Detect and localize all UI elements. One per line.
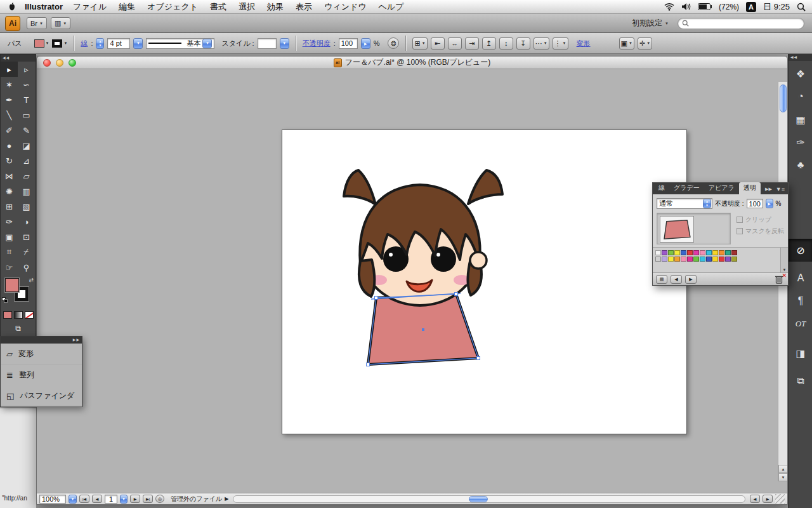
swatch-chip[interactable] <box>700 257 705 262</box>
graphic-styles-panel-icon[interactable]: ◨ <box>789 342 812 364</box>
pen-tool[interactable]: ✒ <box>1 92 18 107</box>
style-dropdown[interactable]: ▼ <box>280 38 289 49</box>
eyedropper-tool[interactable]: ✑ <box>1 214 18 229</box>
swatch-chip[interactable] <box>687 250 693 255</box>
swatch-chip[interactable] <box>681 250 686 255</box>
menu-効果[interactable]: 効果 <box>267 1 284 13</box>
align-middle-button[interactable]: ↕ <box>499 37 513 50</box>
align-left-button[interactable]: ⇤ <box>431 37 445 50</box>
workspace-switcher[interactable]: 初期設定▼ <box>632 18 669 29</box>
swatch-chip[interactable] <box>674 257 680 262</box>
hand-tool[interactable]: ☞ <box>1 260 18 275</box>
isolate-selected-object-button[interactable]: ▣▼ <box>619 37 634 50</box>
lasso-tool[interactable]: ∽ <box>18 77 35 92</box>
magic-wand-tool[interactable]: ✶ <box>1 77 18 92</box>
symbols-panel-icon[interactable]: ♣ <box>789 154 812 177</box>
eraser-tool[interactable]: ◪ <box>18 138 35 153</box>
opacity-slider-popup[interactable]: ▶ <box>361 38 370 49</box>
last-artboard-button[interactable]: ▶| <box>143 495 153 503</box>
line-segment-tool[interactable]: ╲ <box>1 107 18 123</box>
stroke-width-field[interactable]: 4 pt <box>107 38 130 49</box>
opacity-field[interactable]: 100 <box>339 38 358 49</box>
pencil-tool[interactable]: ✎ <box>18 123 35 138</box>
document-title-bar[interactable]: ai フー＆バブ.ai* @ 100% (RGB/プレビュー) <box>37 57 787 69</box>
swatch-chip[interactable] <box>706 250 712 255</box>
blob-brush-tool[interactable]: ● <box>1 138 18 153</box>
swatch-libraries-icon[interactable]: ▤ <box>656 275 667 284</box>
swatches-panel-icon[interactable]: ▦ <box>789 108 812 131</box>
volume-icon[interactable] <box>681 3 691 11</box>
paragraph-panel-icon[interactable]: ¶ <box>789 290 812 312</box>
menu-ウィンドウ[interactable]: ウィンドウ <box>324 1 367 13</box>
swatch-chip[interactable] <box>662 257 667 262</box>
align-top-button[interactable]: ↥ <box>482 37 496 50</box>
scroll-left-button[interactable]: ◀ <box>750 495 760 503</box>
status-proof-icon[interactable]: ◎ <box>155 495 164 503</box>
align-to-selection-dropdown[interactable]: ⊞▼ <box>412 37 427 50</box>
menu-オブジェクト[interactable]: オブジェクト <box>147 1 198 13</box>
swatch-chip[interactable] <box>712 250 718 255</box>
swatch-chip[interactable] <box>668 250 674 255</box>
status-flyout-icon[interactable]: ▶ <box>225 496 228 502</box>
object-thumbnail[interactable] <box>660 216 694 243</box>
artboard-number-field[interactable]: 1 <box>105 495 117 504</box>
width-profile-dropdown[interactable]: 基本 ▼ <box>146 38 214 49</box>
tab-gradient[interactable]: グラデー <box>669 182 704 194</box>
align-bottom-button[interactable]: ↧ <box>516 37 530 50</box>
live-paint-bucket-tool[interactable]: ▣ <box>1 229 18 244</box>
stroke-color-dropdown[interactable]: ▼ <box>52 39 67 48</box>
clip-checkbox[interactable] <box>737 217 743 223</box>
swatch-chip[interactable] <box>719 250 724 255</box>
wifi-icon[interactable] <box>664 3 674 11</box>
character-panel-icon[interactable]: A <box>789 267 812 290</box>
horizontal-scroll-thumb[interactable] <box>469 496 488 502</box>
scroll-up-button[interactable]: ▲ <box>778 465 787 473</box>
swatch-chip[interactable] <box>687 257 693 262</box>
align-right-button[interactable]: ⇥ <box>465 37 479 50</box>
mesh-tool[interactable]: ⊞ <box>1 199 18 214</box>
next-artboard-button[interactable]: ▶ <box>130 495 140 503</box>
swatch-chip[interactable] <box>655 257 661 262</box>
panel-collapse-arrows[interactable]: ▶▶ <box>1 337 82 344</box>
spotlight-icon[interactable] <box>797 3 806 11</box>
swatch-chip[interactable] <box>719 257 724 262</box>
battery-icon[interactable] <box>698 3 712 10</box>
opacity-value-field[interactable]: 100 <box>747 199 763 208</box>
zoom-button[interactable] <box>69 59 76 67</box>
graph-tool[interactable]: ▥ <box>18 184 35 199</box>
invert-mask-checkbox[interactable] <box>737 228 743 234</box>
swatch-chip[interactable] <box>706 257 712 262</box>
selection-tool[interactable]: ▸ <box>1 62 18 77</box>
search-field[interactable] <box>678 18 804 29</box>
select-similar-objects-dropdown[interactable]: ✛▼ <box>638 37 652 50</box>
panel-row-align[interactable]: ≣整列 <box>1 364 82 385</box>
swatch-chip[interactable] <box>725 257 731 262</box>
tools-panel-header[interactable]: ◀◀ <box>1 55 36 62</box>
vertical-scroll-thumb[interactable] <box>780 84 787 112</box>
opacity-panel-link[interactable]: 不透明度 <box>303 39 331 48</box>
default-fill-stroke-icon[interactable] <box>2 297 8 304</box>
swatch-chip[interactable] <box>662 250 667 255</box>
align-center-button[interactable]: ↔ <box>448 37 462 50</box>
window-resize-grip[interactable] <box>775 494 785 504</box>
swatch-scrollbar[interactable]: ▼ <box>780 248 788 272</box>
brushes-panel-icon[interactable]: ✑ <box>789 131 812 154</box>
transform-panel-link[interactable]: 変形 <box>577 39 591 48</box>
horizontal-scrollbar[interactable] <box>233 495 745 503</box>
delete-swatch-button[interactable]: ✕ <box>775 274 785 284</box>
blend-tool[interactable]: ◑ <box>18 214 35 229</box>
swatch-chip[interactable] <box>712 257 718 262</box>
swap-fill-stroke-icon[interactable]: ⇄ <box>29 277 34 283</box>
zoom-tool[interactable]: ⚲ <box>18 260 35 275</box>
illustrator-app-icon[interactable]: Ai <box>5 16 20 31</box>
distribute-vertical-dropdown[interactable]: ⋮▼ <box>553 37 568 50</box>
next-swatch-button[interactable]: ▶ <box>685 275 697 284</box>
gradient-tool[interactable]: ▧ <box>18 199 35 214</box>
tab-stroke[interactable]: 線 <box>654 182 669 194</box>
symbol-sprayer-tool[interactable]: ✺ <box>1 184 18 199</box>
artboard-tool[interactable]: ⌗ <box>1 244 18 260</box>
gradient-button[interactable] <box>14 311 23 319</box>
blend-mode-select[interactable]: 通常 ▲▼ <box>657 198 712 209</box>
panel-row-pathfinder[interactable]: ◱パスファインダ <box>1 385 82 406</box>
type-tool[interactable]: T <box>18 92 35 107</box>
